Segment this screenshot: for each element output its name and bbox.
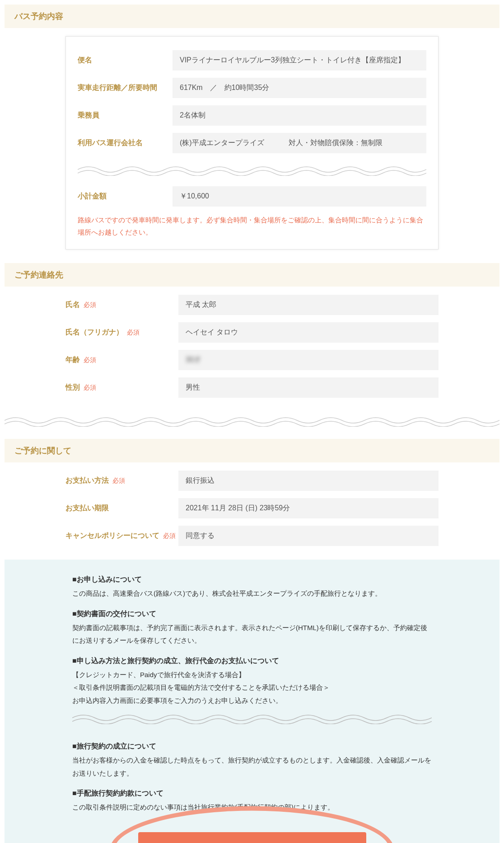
required-tag: 必須 [84,384,96,392]
value-distance: 617Km ／ 約10時間35分 [173,78,426,98]
value-age: 30才 [178,350,439,370]
info-h-contract-doc: ■契約書面の交付について [72,609,432,619]
confirm-booking-button[interactable]: 予約を確定する [138,832,366,843]
wave-separator-icon [72,711,432,724]
label-due: お支払い期限 [65,504,178,513]
required-tag: 必須 [84,356,96,364]
info-p-payment-c: お申込内容入力画面に必要事項をご入力のうえお申し込みください。 [72,694,432,707]
info-h-apply: ■お申し込みについて [72,575,432,584]
info-panel: ■お申し込みについて この商品は、高速乗合バス(路線バス)であり、株式会社平成エ… [5,560,499,843]
section-header-contact: ご予約連絡先 [5,263,499,287]
info-p-terms: この取引条件説明に定めのない事項は当社旅行業約款(手配旅行契約の部)によります。 [72,801,432,814]
booking-block: お支払い方法必須 銀行振込 お支払い期限 2021年 11月 28日 (日) 2… [65,471,439,546]
info-p-payment-b: ＜取引条件説明書面の記載項目を電磁的方法で交付することを承諾いただける場合＞ [72,681,432,694]
info-h-terms: ■手配旅行契約約款について [72,789,432,798]
value-subtotal: ￥10,600 [173,186,426,207]
value-bin: VIPライナーロイヤルブルー3列独立シート・トイレ付き【座席指定】 [173,50,426,71]
value-crew: 2名体制 [173,105,426,126]
label-sex: 性別必須 [65,383,178,392]
required-tag: 必須 [163,532,176,540]
label-distance: 実車走行距離／所要時間 [78,83,173,93]
info-p-payment-a: 【クレジットカード、Paidyで旅行代金を決済する場合】 [72,669,432,682]
value-due: 2021年 11月 28日 (日) 23時59分 [178,498,439,518]
value-payment: 銀行振込 [178,471,439,491]
value-sex: 男性 [178,377,439,398]
label-age: 年齢必須 [65,355,178,365]
info-h-establish: ■旅行契約の成立について [72,742,432,751]
label-subtotal: 小計金額 [78,192,173,201]
label-crew: 乗務員 [78,111,173,120]
label-name: 氏名必須 [65,300,178,310]
label-kana: 氏名（フリガナ）必須 [65,328,178,337]
info-h-payment: ■申し込み方法と旅行契約の成立、旅行代金のお支払いについて [72,656,432,666]
info-p-establish: 当社がお客様からの入金を確認した時点をもって、旅行契約が成立するものとします。入… [72,754,432,780]
required-tag: 必須 [84,301,96,309]
info-p-contract-doc: 契約書面の記載事項は、予約完了画面に表示されます。表示されたページ(HTML)を… [72,622,432,647]
required-tag: 必須 [127,329,140,337]
label-payment: お支払い方法必須 [65,476,178,485]
value-cancel-policy: 同意する [178,526,439,546]
value-company: (株)平成エンタープライズ 対人・対物賠償保険：無制限 [173,133,426,153]
value-kana: ヘイセイ タロウ [178,322,439,343]
bus-details-card: 便名 VIPライナーロイヤルブルー3列独立シート・トイレ付き【座席指定】 実車走… [65,36,439,250]
bus-notice: 路線バスですので発車時間に発車します。必ず集合時間・集合場所をご確認の上、集合時… [78,214,426,238]
label-bin: 便名 [78,56,173,65]
label-cancel-policy: キャンセルポリシーについて必須 [65,531,178,541]
required-tag: 必須 [112,477,125,485]
section-header-booking: ご予約に関して [5,439,499,462]
value-name: 平成 太郎 [178,295,439,315]
info-p-apply: この商品は、高速乗合バス(路線バス)であり、株式会社平成エンタープライズの手配旅… [72,587,432,600]
label-company: 利用バス運行会社名 [78,138,173,148]
section-header-bus: バス予約内容 [5,5,499,28]
wave-separator-icon [78,163,426,176]
contact-block: 氏名必須 平成 太郎 氏名（フリガナ）必須 ヘイセイ タロウ 年齢必須 30才 … [65,295,439,398]
wave-separator-icon [5,414,499,427]
